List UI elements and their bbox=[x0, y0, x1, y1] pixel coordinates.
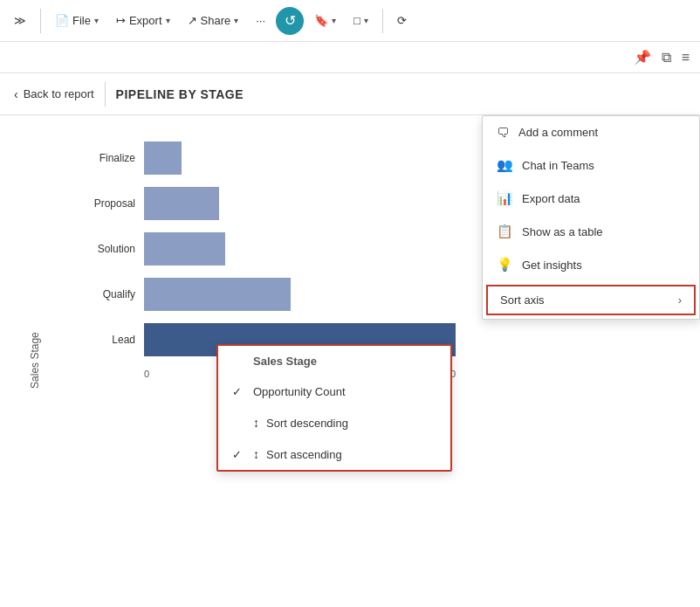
toolbar-divider-1 bbox=[40, 9, 41, 33]
menu-chat-teams[interactable]: 👥 Chat in Teams bbox=[483, 148, 699, 182]
view-icon: □ bbox=[353, 14, 360, 27]
y-axis-label: Sales Stage bbox=[29, 332, 41, 389]
sort-menu-opportunity-count[interactable]: ✓ Opportunity Count bbox=[218, 376, 450, 407]
refresh-button[interactable]: ↺ bbox=[276, 7, 304, 35]
back-chevron-icon: ‹ bbox=[14, 87, 18, 101]
sort-menu-ascending[interactable]: ✓ ↕ Sort ascending bbox=[218, 438, 450, 470]
bar-fill-proposal bbox=[144, 187, 219, 220]
sort-opportunity-label: Opportunity Count bbox=[253, 385, 346, 398]
view-button[interactable]: □ ▾ bbox=[347, 10, 375, 31]
sort-check-asc: ✓ bbox=[232, 448, 246, 461]
bookmark-icon: 🔖 bbox=[314, 14, 328, 27]
sort-axis-chevron-icon: › bbox=[678, 293, 682, 307]
bar-label-proposal: Proposal bbox=[87, 197, 144, 210]
table-row: Solution bbox=[87, 232, 456, 266]
back-to-report-button[interactable]: ‹ Back to report bbox=[14, 87, 94, 101]
get-insights-label: Get insights bbox=[522, 259, 582, 272]
add-comment-label: Add a comment bbox=[518, 126, 598, 139]
sort-menu-title: Sales Stage bbox=[253, 355, 317, 368]
reload-icon: ⟳ bbox=[397, 14, 407, 27]
file-chevron-icon: ▾ bbox=[94, 16, 99, 25]
share-button[interactable]: ↗ Share ▾ bbox=[181, 10, 246, 31]
bar-fill-finalize bbox=[144, 141, 182, 175]
more-options-icon[interactable]: ≡ bbox=[682, 50, 690, 66]
reload-button[interactable]: ⟳ bbox=[390, 10, 414, 31]
x-tick-0: 0 bbox=[144, 369, 149, 379]
bookmark-button[interactable]: 🔖 ▾ bbox=[307, 10, 343, 31]
export-label: Export bbox=[129, 14, 162, 27]
bar-fill-solution bbox=[144, 232, 225, 266]
toolbar-divider-2 bbox=[382, 9, 383, 33]
comment-icon: 🗨 bbox=[497, 125, 510, 140]
file-button[interactable]: 📄 File ▾ bbox=[48, 10, 106, 31]
chat-teams-label: Chat in Teams bbox=[522, 159, 594, 172]
sort-menu: Sales Stage ✓ Opportunity Count ↕ Sort d… bbox=[216, 344, 452, 472]
sort-desc-icon: ↕ bbox=[253, 416, 259, 430]
copy-icon[interactable]: ⧉ bbox=[662, 50, 671, 66]
menu-get-insights[interactable]: 💡 Get insights bbox=[483, 248, 699, 281]
pin-icon[interactable]: 📌 bbox=[634, 49, 651, 66]
sort-descending-label: Sort descending bbox=[266, 417, 348, 430]
bar-label-lead: Lead bbox=[87, 334, 144, 346]
sub-toolbar: 📌 ⧉ ≡ bbox=[0, 42, 700, 73]
menu-sort-axis[interactable]: Sort axis › bbox=[486, 285, 696, 315]
export-data-icon: 📊 bbox=[497, 190, 513, 206]
expand-icon: ≫ bbox=[14, 14, 26, 27]
more-icon: ··· bbox=[256, 14, 265, 27]
bar-label-solution: Solution bbox=[87, 243, 144, 255]
bar-track-finalize bbox=[144, 141, 456, 175]
main-toolbar: ≫ 📄 File ▾ ↦ Export ▾ ↗ Share ▾ ··· ↺ 🔖 … bbox=[0, 0, 700, 42]
header-divider bbox=[105, 82, 106, 107]
share-chevron-icon: ▾ bbox=[234, 16, 238, 25]
report-header: ‹ Back to report PIPELINE BY STAGE bbox=[0, 73, 700, 115]
refresh-icon: ↺ bbox=[285, 12, 296, 29]
right-context-menu: 🗨 Add a comment 👥 Chat in Teams 📊 Export… bbox=[482, 115, 700, 320]
bar-track-proposal bbox=[144, 187, 456, 220]
export-icon: ↦ bbox=[116, 14, 126, 27]
bar-label-qualify: Qualify bbox=[87, 288, 144, 300]
export-button[interactable]: ↦ Export ▾ bbox=[109, 10, 177, 31]
expand-button[interactable]: ≫ bbox=[7, 10, 33, 31]
share-icon: ↗ bbox=[188, 14, 197, 27]
bookmark-chevron-icon: ▾ bbox=[332, 16, 336, 25]
show-table-label: Show as a table bbox=[522, 225, 603, 238]
sort-ascending-label: Sort ascending bbox=[266, 448, 342, 461]
sort-menu-header: Sales Stage bbox=[218, 346, 450, 376]
file-doc-icon: 📄 bbox=[55, 14, 69, 27]
bar-track-qualify bbox=[144, 278, 456, 311]
table-row: Proposal bbox=[87, 187, 456, 220]
bar-label-finalize: Finalize bbox=[87, 152, 144, 164]
back-label: Back to report bbox=[24, 87, 94, 100]
bar-track-solution bbox=[144, 232, 456, 266]
share-label: Share bbox=[201, 14, 231, 27]
sort-check-opportunity: ✓ bbox=[232, 385, 246, 398]
bar-fill-qualify bbox=[144, 278, 291, 311]
menu-add-comment[interactable]: 🗨 Add a comment bbox=[483, 116, 699, 148]
sort-axis-label: Sort axis bbox=[500, 293, 669, 307]
sort-menu-descending[interactable]: ↕ Sort descending bbox=[218, 407, 450, 438]
main-content: Sales Stage Finalize Proposal Solution bbox=[0, 115, 700, 607]
report-title: PIPELINE BY STAGE bbox=[116, 87, 244, 101]
view-chevron-icon: ▾ bbox=[364, 16, 368, 25]
more-button[interactable]: ··· bbox=[249, 10, 272, 31]
table-row: Finalize bbox=[87, 141, 456, 175]
insights-icon: 💡 bbox=[497, 257, 513, 272]
file-label: File bbox=[72, 14, 91, 27]
table-icon: 📋 bbox=[497, 224, 513, 239]
export-data-label: Export data bbox=[522, 192, 580, 205]
menu-show-table[interactable]: 📋 Show as a table bbox=[483, 215, 699, 248]
table-row: Qualify bbox=[87, 278, 456, 311]
menu-export-data[interactable]: 📊 Export data bbox=[483, 182, 699, 215]
sort-asc-icon: ↕ bbox=[253, 447, 259, 461]
teams-icon: 👥 bbox=[497, 157, 513, 173]
export-chevron-icon: ▾ bbox=[166, 16, 170, 25]
